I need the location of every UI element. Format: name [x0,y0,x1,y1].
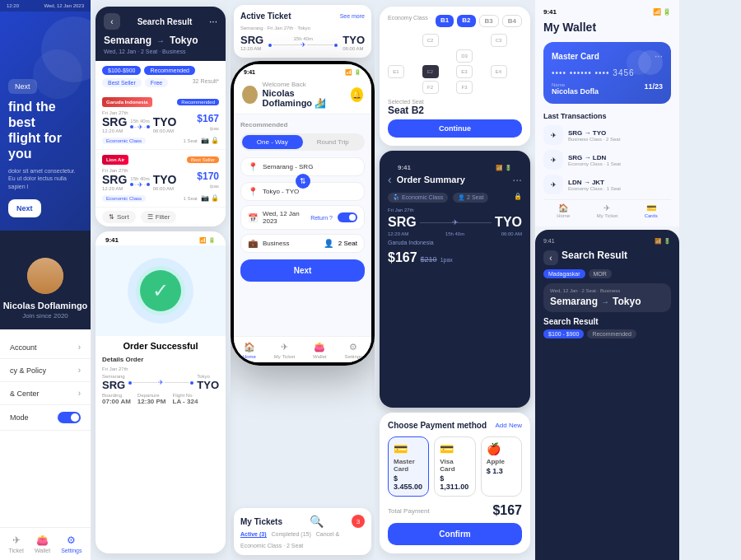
payment-apple[interactable]: 🍎 Apple $ 1.3 [481,436,522,497]
hero-next-button[interactable]: Next [8,199,41,217]
seat-b2-selected[interactable]: B2 [457,15,475,27]
user-avatar-small [242,86,258,104]
search-result-title: Search Result [125,17,204,26]
search-tickets-button[interactable]: 🔍 [310,515,324,528]
class-pax-field[interactable]: 💼 Business 👤 2 Seat [240,234,365,253]
center-status-bar: 9:41 📶 🔋 [234,64,371,77]
nav-item-mode[interactable]: Mode [0,405,91,431]
hero-next-small[interactable]: Next [8,79,37,94]
nav-my-ticket[interactable]: ✈ My Ticket [274,342,295,359]
greeting-text: Welcome Back [263,81,346,88]
swap-button[interactable]: ⇅ [296,174,310,189]
wbn-home[interactable]: 🏠 Home [557,203,570,218]
nav-label-policy: cy & Policy [10,366,46,375]
lionair-logo: Lion Air [102,155,128,165]
add-new-payment-button[interactable]: Add New [496,422,522,429]
os-time: 9:41 [105,236,119,244]
ds-chip-madagaskar[interactable]: Madagaskar [543,269,585,278]
ds-time: 9:41 [543,238,555,245]
wbn-cards-icon: 💳 [646,203,656,212]
seat-f3[interactable]: F3 [456,81,473,94]
booking-form: Recommended One - Way Round Trip 📍 Semar… [234,114,371,336]
nav-wallet[interactable]: 👛 Wallet [313,342,326,359]
os-from: SRG [388,215,417,230]
os-airline: Garuda Indonesia [388,240,522,245]
nav-ticket-label: My Ticket [274,354,295,359]
result-count: 32 Result* [193,78,219,87]
continue-button[interactable]: Continue [388,119,522,138]
nav-item-center[interactable]: & Center › [0,382,91,405]
ds-chip-mor[interactable]: MOR [589,269,612,278]
at-to-city: Tokyo [297,26,310,30]
os-lock-icon: 🔒 [514,193,522,203]
os-more-button[interactable]: ··· [512,173,522,186]
search-next-button[interactable]: Next [240,259,365,282]
nav-item-account[interactable]: Account › [0,336,91,359]
confirm-button[interactable]: Confirm [388,523,522,545]
transaction-2: ✈ SRG → LDN Economy Class · 1 Seat [543,150,671,170]
detail-route: Semarang SRG ✈ Tokyo [102,374,219,391]
payment-visa[interactable]: 💳 Visa Card $ 1,311.00 [434,436,475,497]
payment-mastercard[interactable]: 💳 Master Card $ 3.455.00 [388,436,429,497]
visa-icon: 💳 [440,442,469,455]
seat-c3[interactable]: C3 [491,34,507,47]
filter-price[interactable]: $100-$900 [102,66,141,75]
seat-e4[interactable]: E4 [491,65,507,78]
profile-tab-ticket[interactable]: ✈ Ticket [9,534,24,553]
tab-cancel[interactable]: Cancel & [316,531,339,538]
my-tickets-panel: My Tickets 🔍 3 Active (3) Completed (15)… [234,508,371,555]
form-recommended-label: Recommended [240,121,365,128]
profile-tab-settings[interactable]: ⚙ Settings [61,534,82,553]
search-date: Wed, 12 Jan · 2 Seat · Business [104,49,217,54]
more-options-button[interactable]: ··· [209,16,217,27]
sort-button[interactable]: ⇅ Sort [102,211,136,223]
back-button[interactable]: ‹ [104,13,120,30]
notification-bell[interactable]: 🔔 [351,87,363,102]
seat-f2[interactable]: F2 [422,81,439,94]
wallet-bottom-nav: 🏠 Home ✈ My Ticket 💳 Cards [543,199,671,222]
flight-route-1: SRG 12:20 AM 15h 40m ✈ [102,115,176,133]
see-more-link[interactable]: See more [340,13,365,19]
tab-round-trip[interactable]: Round Trip [303,135,364,149]
seat-e3[interactable]: E3 [456,65,473,78]
seat-e1[interactable]: E1 [388,65,404,78]
wbn-home-icon: 🏠 [558,203,568,212]
my-tickets-title: My Tickets [240,517,282,526]
logout-button[interactable]: Log out → [7,445,47,457]
filter-recommended[interactable]: Recommended [144,66,194,75]
ds-route-cities: Semarang → Tokyo [550,296,664,307]
nav-home[interactable]: 🏠 Home [243,342,256,359]
wbn-myticket[interactable]: ✈ My Ticket [597,203,618,218]
nav-label-mode: Mode [10,413,29,422]
date-field[interactable]: 📅 Wed, 12 Jan 2023 Return ? [240,205,365,230]
tab-active[interactable]: Active (3) [240,531,267,538]
profile-bottom-nav: ✈ Ticket 👛 Wallet ⚙ Settings [0,527,91,560]
filter-button[interactable]: ☰ Filter [141,211,177,223]
ds-back-button[interactable]: ‹ [543,250,558,265]
nav-settings[interactable]: ⚙ Settings [344,342,362,359]
seat-b1[interactable]: B1 [436,15,454,27]
profile-tab-wallet[interactable]: 👛 Wallet [35,534,50,553]
ds-recommended-filter[interactable]: Recommended [587,329,636,338]
os-duration: 15h 40m [445,231,464,236]
route-arrow-icon: → [156,36,165,45]
nav-item-policy[interactable]: cy & Policy › [0,359,91,382]
os-route: SRG ✈ TYO [388,215,522,230]
filter-bestseller[interactable]: Best Seller [102,78,142,87]
from-value: Semarang - SRG [263,163,357,170]
ds-title: Search Result [562,250,627,261]
filter-free[interactable]: Free [145,78,168,87]
tab-completed[interactable]: Completed (15) [272,531,311,538]
tab-one-way[interactable]: One - Way [242,135,303,149]
avatar [27,258,63,294]
success-animation-area: ✓ [96,245,226,336]
nav-wallet-label: Wallet [313,354,326,359]
seat-b4[interactable]: B4 [502,15,522,27]
seat-c2[interactable]: C2 [422,34,439,47]
seat-b3[interactable]: B3 [479,15,499,27]
ds-price-filter[interactable]: $100 - $900 [543,329,584,338]
to-value: Tokyo - TYO [263,188,357,195]
os-back-button[interactable]: ‹ [388,173,392,186]
seat-d3[interactable]: D3 [456,49,473,63]
wbn-cards[interactable]: 💳 Cards [645,203,658,218]
